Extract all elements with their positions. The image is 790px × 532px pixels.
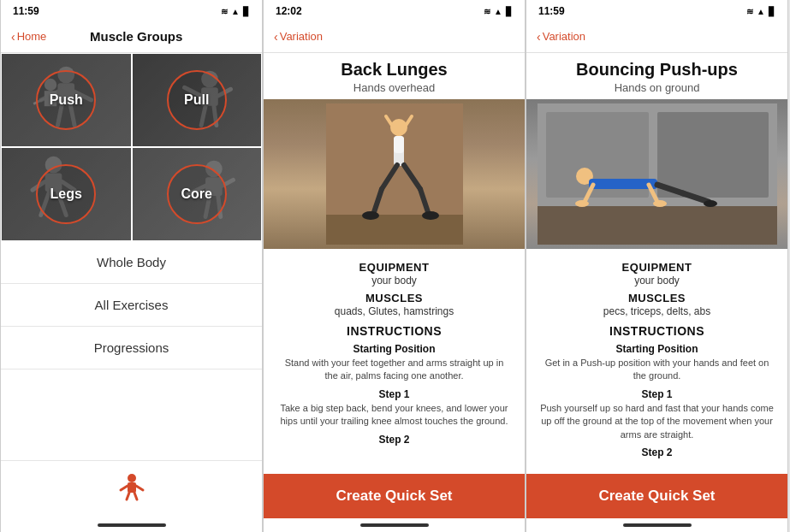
exercise-content-2: Back Lunges Hands overhead (264, 53, 525, 518)
equipment-label-3: EQUIPMENT (540, 261, 774, 274)
back-button-1[interactable]: ‹ Home (11, 30, 46, 44)
step-text-2-0: Stand with your feet together and arms s… (277, 357, 511, 383)
svg-line-26 (121, 486, 128, 490)
wifi-icon-3: ≋ (746, 7, 753, 16)
svg-rect-45 (538, 206, 777, 245)
signal-icon-3: ▲ (757, 7, 765, 16)
svg-line-29 (134, 493, 137, 499)
list-item-progressions[interactable]: Progressions (1, 327, 262, 369)
battery-icon-3: ▊ (769, 7, 775, 16)
status-bar-3: 11:59 ≋ ▲ ▊ (526, 0, 787, 21)
grid-cell-push[interactable]: Push (1, 53, 132, 147)
exercise-body-3[interactable]: EQUIPMENT your body MUSCLES pecs, tricep… (526, 249, 787, 474)
exercise-title-3: Bouncing Push-ups (537, 60, 777, 80)
signal-icon-2: ▲ (494, 7, 502, 16)
exercise-image-3 (526, 99, 787, 249)
muscles-label-3: MUSCLES (540, 292, 774, 304)
svg-point-56 (653, 200, 667, 207)
step-title-3-2: Step 2 (540, 446, 774, 458)
battery-icon-2: ▊ (506, 7, 513, 16)
status-icons-1: ≋ ▲ ▊ (221, 7, 250, 16)
nav-title-1: Muscle Groups (46, 29, 226, 44)
equipment-label-2: EQUIPMENT (277, 261, 511, 274)
instructions-label-3: INSTRUCTIONS (540, 324, 774, 338)
muscles-label-2: MUSCLES (277, 292, 511, 304)
exercise-header-2: Back Lunges Hands overhead (264, 53, 525, 99)
chevron-icon-2: ‹ (274, 30, 278, 44)
app-logo (116, 471, 147, 508)
equipment-value-3: your body (540, 275, 774, 287)
battery-icon: ▊ (243, 7, 250, 16)
step-text-2-1: Take a big step back, bend your knees, a… (277, 402, 511, 429)
svg-line-28 (127, 493, 129, 499)
exercise-title-2: Back Lunges (274, 60, 514, 80)
core-circle: Core (167, 164, 227, 224)
wifi-icon: ≋ (221, 7, 228, 16)
svg-rect-25 (128, 482, 136, 493)
back-label-1: Home (17, 30, 47, 43)
back-label-2: Variation (280, 30, 323, 43)
push-circle: Push (36, 70, 96, 130)
home-indicator-3 (526, 518, 787, 532)
grid-cell-core[interactable]: Core (132, 147, 263, 241)
equipment-value-2: your body (277, 275, 511, 287)
status-icons-2: ≋ ▲ ▊ (484, 7, 513, 16)
create-quick-set-button-3[interactable]: Create Quick Set (526, 474, 787, 518)
pull-circle: Pull (167, 70, 227, 130)
muscles-value-3: pecs, triceps, delts, abs (540, 305, 774, 317)
step-title-2-2: Step 2 (277, 434, 511, 446)
step-title-3-0: Starting Position (540, 343, 774, 355)
muscle-group-grid: Push Pull (1, 53, 262, 241)
phone-2: 12:02 ≋ ▲ ▊ ‹ Variation Back Lunges Hand… (263, 0, 526, 532)
pull-label: Pull (184, 92, 209, 108)
back-button-3[interactable]: ‹ Variation (537, 30, 585, 44)
nav-bar-3: ‹ Variation (526, 21, 787, 53)
back-button-2[interactable]: ‹ Variation (274, 30, 323, 44)
legs-label: Legs (50, 186, 82, 202)
phone-1: 11:59 ≋ ▲ ▊ ‹ Home Muscle Groups (0, 0, 263, 532)
signal-icon: ▲ (231, 7, 240, 16)
nav-bar-2: ‹ Variation (264, 21, 525, 53)
home-bar-3 (623, 523, 692, 527)
list-section: Whole Body All Exercises Progressions (1, 241, 262, 460)
exercise-subtitle-3: Hands on ground (537, 81, 777, 94)
time-1: 11:59 (13, 5, 39, 17)
instructions-label-2: INSTRUCTIONS (277, 324, 511, 338)
list-item-all-exercises[interactable]: All Exercises (1, 284, 262, 327)
core-label: Core (181, 186, 212, 202)
svg-point-41 (362, 211, 379, 220)
exercise-image-2 (264, 99, 525, 249)
list-item-whole-body[interactable]: Whole Body (1, 241, 262, 284)
back-label-3: Variation (543, 30, 585, 43)
step-title-2-0: Starting Position (277, 343, 511, 355)
phone1-content: Push Pull (1, 53, 262, 518)
exercise-header-3: Bouncing Push-ups Hands on ground (526, 53, 787, 99)
time-3: 11:59 (538, 5, 565, 17)
svg-line-27 (136, 486, 143, 490)
grid-cell-legs[interactable]: Legs (1, 147, 132, 241)
chevron-icon-3: ‹ (537, 30, 541, 44)
status-bar-2: 12:02 ≋ ▲ ▊ (264, 0, 525, 21)
step-title-2-1: Step 1 (277, 388, 511, 400)
chevron-icon-1: ‹ (11, 30, 15, 44)
grid-cell-pull[interactable]: Pull (132, 53, 263, 147)
svg-point-42 (422, 211, 439, 220)
status-bar-1: 11:59 ≋ ▲ ▊ (1, 0, 262, 21)
svg-rect-43 (394, 136, 404, 153)
step-text-3-0: Get in a Push-up position with your hand… (540, 357, 774, 383)
svg-point-55 (575, 200, 589, 207)
exercise-subtitle-2: Hands overhead (274, 81, 514, 94)
wifi-icon-2: ≋ (484, 7, 490, 16)
step-title-3-1: Step 1 (540, 388, 774, 400)
create-quick-set-button-2[interactable]: Create Quick Set (264, 474, 525, 518)
svg-rect-48 (657, 112, 769, 198)
home-bar-2 (360, 523, 429, 527)
svg-rect-32 (326, 215, 463, 245)
home-indicator-2 (264, 518, 525, 532)
push-label: Push (50, 92, 83, 108)
svg-point-57 (704, 200, 717, 207)
exercise-content-3: Bouncing Push-ups Hands on ground (526, 53, 787, 518)
legs-circle: Legs (36, 164, 96, 224)
muscles-value-2: quads, Glutes, hamstrings (277, 305, 511, 317)
exercise-body-2[interactable]: EQUIPMENT your body MUSCLES quads, Glute… (264, 249, 525, 474)
